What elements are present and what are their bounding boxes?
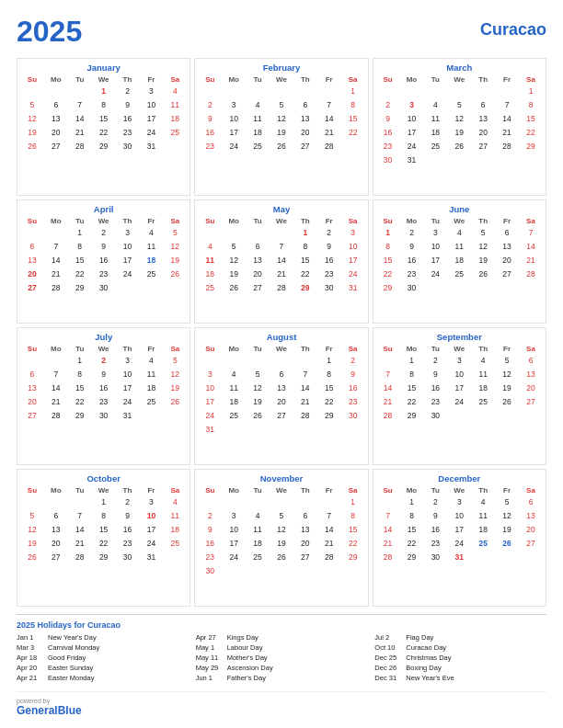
cal-day: 9 bbox=[341, 368, 365, 381]
cal-day: 8 bbox=[341, 98, 365, 112]
cal-day: 19 bbox=[20, 537, 44, 551]
holiday-name: Boxing Day bbox=[406, 664, 441, 672]
cal-day: 14 bbox=[376, 381, 400, 395]
cal-day: 15 bbox=[317, 381, 341, 395]
holiday-name: Flag Day bbox=[406, 633, 433, 642]
cal-day: 25 bbox=[246, 551, 270, 564]
cal-day: 29 bbox=[317, 409, 341, 423]
cal-day: 16 bbox=[116, 112, 140, 126]
cal-day bbox=[423, 281, 447, 295]
cal-day: 19 bbox=[222, 267, 246, 281]
cal-day: 22 bbox=[400, 537, 424, 551]
cal-day: 14 bbox=[44, 254, 68, 267]
cal-day bbox=[198, 495, 222, 509]
cal-day: 30 bbox=[92, 409, 116, 423]
cal-day: 12 bbox=[447, 112, 471, 126]
cal-day: 6 bbox=[20, 240, 44, 254]
weekday-header-th: Th bbox=[293, 74, 317, 85]
cal-day: 21 bbox=[519, 254, 543, 267]
cal-day: 25 bbox=[423, 140, 447, 154]
cal-day: 20 bbox=[20, 267, 44, 281]
cal-day: 4 bbox=[447, 226, 471, 240]
weekday-header-th: Th bbox=[293, 485, 317, 495]
weekday-header-we: We bbox=[270, 344, 293, 354]
cal-day: 9 bbox=[376, 112, 400, 126]
weekday-header-fr: Fr bbox=[495, 485, 519, 495]
cal-day: 15 bbox=[341, 112, 365, 126]
cal-table: SuMoTuWeThFrSa12345678910111213141516171… bbox=[198, 74, 364, 154]
cal-day: 20 bbox=[471, 126, 495, 140]
cal-day: 15 bbox=[341, 523, 365, 537]
cal-day: 5 bbox=[20, 509, 44, 523]
cal-day: 24 bbox=[198, 409, 222, 423]
cal-day: 17 bbox=[139, 112, 163, 126]
cal-day: 20 bbox=[246, 267, 270, 281]
cal-day: 24 bbox=[400, 140, 424, 154]
weekday-header-tu: Tu bbox=[246, 216, 270, 226]
cal-day bbox=[44, 495, 68, 509]
cal-day bbox=[163, 409, 187, 423]
month-name: November bbox=[198, 473, 364, 483]
weekday-header-sa: Sa bbox=[519, 74, 543, 85]
cal-day: 12 bbox=[20, 112, 44, 126]
cal-day bbox=[246, 495, 270, 509]
cal-day: 1 bbox=[92, 495, 116, 509]
cal-day bbox=[222, 423, 246, 437]
cal-day: 31 bbox=[400, 154, 424, 167]
cal-day: 22 bbox=[376, 267, 400, 281]
cal-day: 5 bbox=[20, 98, 44, 112]
cal-day: 2 bbox=[198, 509, 222, 523]
cal-day: 20 bbox=[293, 126, 317, 140]
cal-day: 7 bbox=[270, 240, 293, 254]
cal-day: 31 bbox=[116, 409, 140, 423]
weekday-header-th: Th bbox=[471, 344, 495, 354]
cal-day: 10 bbox=[222, 523, 246, 537]
cal-day bbox=[376, 495, 400, 509]
cal-day: 6 bbox=[246, 240, 270, 254]
cal-day: 20 bbox=[44, 126, 68, 140]
calendars-grid: JanuarySuMoTuWeThFrSa1234567891011121314… bbox=[17, 58, 546, 607]
month-name: July bbox=[20, 332, 187, 342]
cal-day: 27 bbox=[519, 395, 543, 409]
cal-day: 30 bbox=[116, 551, 140, 564]
cal-day: 9 bbox=[423, 368, 447, 381]
weekday-header-mo: Mo bbox=[44, 344, 68, 354]
cal-day: 25 bbox=[163, 126, 187, 140]
month-name: January bbox=[20, 63, 187, 73]
cal-day: 20 bbox=[519, 381, 543, 395]
cal-day: 21 bbox=[495, 126, 519, 140]
powered-by-text: powered by bbox=[17, 698, 82, 704]
holiday-name: Good Friday bbox=[48, 654, 86, 662]
cal-day: 13 bbox=[519, 509, 543, 523]
cal-day: 17 bbox=[400, 126, 424, 140]
month-name: May bbox=[198, 204, 364, 214]
weekday-header-th: Th bbox=[293, 344, 317, 354]
cal-day: 18 bbox=[139, 254, 163, 267]
cal-day bbox=[293, 354, 317, 368]
cal-day: 28 bbox=[68, 551, 92, 564]
cal-day: 17 bbox=[447, 523, 471, 537]
cal-day: 17 bbox=[222, 126, 246, 140]
cal-day: 18 bbox=[222, 395, 246, 409]
cal-day: 8 bbox=[68, 368, 92, 381]
cal-day: 22 bbox=[92, 126, 116, 140]
cal-day: 1 bbox=[376, 226, 400, 240]
cal-day bbox=[198, 85, 222, 98]
cal-day bbox=[447, 154, 471, 167]
cal-day: 13 bbox=[246, 254, 270, 267]
cal-day bbox=[222, 226, 246, 240]
cal-day: 23 bbox=[116, 537, 140, 551]
cal-day: 28 bbox=[317, 140, 341, 154]
cal-day: 17 bbox=[222, 537, 246, 551]
cal-day: 6 bbox=[293, 98, 317, 112]
cal-day: 12 bbox=[163, 368, 187, 381]
holiday-item: Apr 18Good Friday bbox=[17, 654, 189, 662]
cal-day: 21 bbox=[317, 537, 341, 551]
cal-day bbox=[20, 226, 44, 240]
holiday-name: Curacao Day bbox=[406, 643, 446, 652]
cal-day: 10 bbox=[447, 509, 471, 523]
cal-day: 14 bbox=[68, 523, 92, 537]
cal-day bbox=[495, 154, 519, 167]
cal-day: 2 bbox=[116, 85, 140, 98]
cal-day: 28 bbox=[68, 140, 92, 154]
